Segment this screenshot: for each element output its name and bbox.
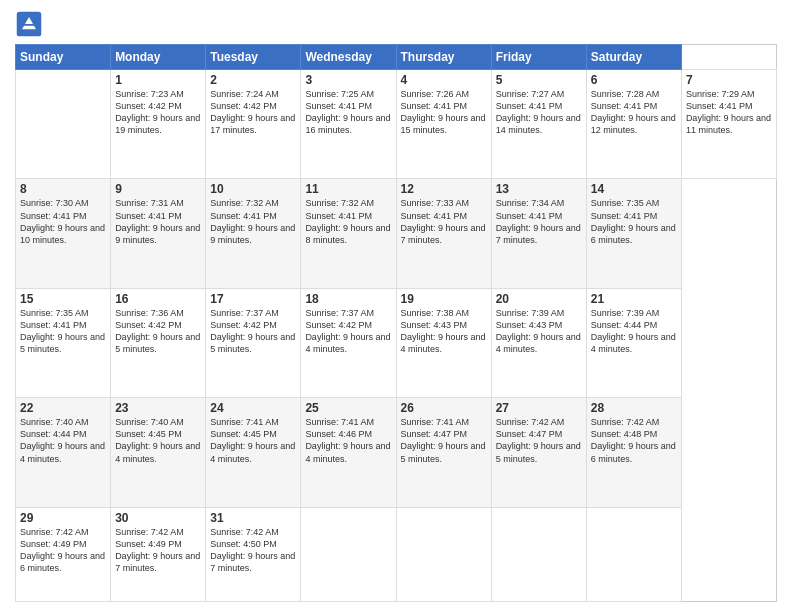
- day-number: 7: [686, 73, 772, 87]
- calendar-cell: 4Sunrise: 7:26 AMSunset: 4:41 PMDaylight…: [396, 70, 491, 179]
- cell-details: Sunrise: 7:37 AMSunset: 4:42 PMDaylight:…: [305, 307, 391, 356]
- day-number: 12: [401, 182, 487, 196]
- cell-details: Sunrise: 7:27 AMSunset: 4:41 PMDaylight:…: [496, 88, 582, 137]
- calendar-cell: 18Sunrise: 7:37 AMSunset: 4:42 PMDayligh…: [301, 288, 396, 397]
- cell-details: Sunrise: 7:32 AMSunset: 4:41 PMDaylight:…: [210, 197, 296, 246]
- calendar-cell: 12Sunrise: 7:33 AMSunset: 4:41 PMDayligh…: [396, 179, 491, 288]
- day-number: 30: [115, 511, 201, 525]
- calendar-cell: 24Sunrise: 7:41 AMSunset: 4:45 PMDayligh…: [206, 398, 301, 507]
- cell-details: Sunrise: 7:35 AMSunset: 4:41 PMDaylight:…: [591, 197, 677, 246]
- cell-details: Sunrise: 7:28 AMSunset: 4:41 PMDaylight:…: [591, 88, 677, 137]
- day-number: 22: [20, 401, 106, 415]
- calendar-cell: 27Sunrise: 7:42 AMSunset: 4:47 PMDayligh…: [491, 398, 586, 507]
- calendar-cell: [396, 507, 491, 602]
- calendar-cell: 25Sunrise: 7:41 AMSunset: 4:46 PMDayligh…: [301, 398, 396, 507]
- calendar-cell: 11Sunrise: 7:32 AMSunset: 4:41 PMDayligh…: [301, 179, 396, 288]
- calendar-cell: 19Sunrise: 7:38 AMSunset: 4:43 PMDayligh…: [396, 288, 491, 397]
- day-number: 10: [210, 182, 296, 196]
- day-number: 2: [210, 73, 296, 87]
- calendar-cell: 13Sunrise: 7:34 AMSunset: 4:41 PMDayligh…: [491, 179, 586, 288]
- day-number: 31: [210, 511, 296, 525]
- day-number: 5: [496, 73, 582, 87]
- calendar-cell: 26Sunrise: 7:41 AMSunset: 4:47 PMDayligh…: [396, 398, 491, 507]
- cell-details: Sunrise: 7:34 AMSunset: 4:41 PMDaylight:…: [496, 197, 582, 246]
- cell-details: Sunrise: 7:42 AMSunset: 4:49 PMDaylight:…: [20, 526, 106, 575]
- day-number: 19: [401, 292, 487, 306]
- calendar-cell: 28Sunrise: 7:42 AMSunset: 4:48 PMDayligh…: [586, 398, 681, 507]
- day-number: 26: [401, 401, 487, 415]
- col-header-saturday: Saturday: [586, 45, 681, 70]
- svg-rect-2: [24, 24, 35, 26]
- day-number: 8: [20, 182, 106, 196]
- col-header-wednesday: Wednesday: [301, 45, 396, 70]
- cell-details: Sunrise: 7:25 AMSunset: 4:41 PMDaylight:…: [305, 88, 391, 137]
- day-number: 23: [115, 401, 201, 415]
- day-number: 29: [20, 511, 106, 525]
- col-header-thursday: Thursday: [396, 45, 491, 70]
- calendar-cell: 6Sunrise: 7:28 AMSunset: 4:41 PMDaylight…: [586, 70, 681, 179]
- cell-details: Sunrise: 7:41 AMSunset: 4:47 PMDaylight:…: [401, 416, 487, 465]
- calendar-cell: 30Sunrise: 7:42 AMSunset: 4:49 PMDayligh…: [111, 507, 206, 602]
- day-number: 24: [210, 401, 296, 415]
- page: SundayMondayTuesdayWednesdayThursdayFrid…: [0, 0, 792, 612]
- cell-details: Sunrise: 7:42 AMSunset: 4:49 PMDaylight:…: [115, 526, 201, 575]
- cell-details: Sunrise: 7:41 AMSunset: 4:46 PMDaylight:…: [305, 416, 391, 465]
- calendar-cell: 16Sunrise: 7:36 AMSunset: 4:42 PMDayligh…: [111, 288, 206, 397]
- cell-details: Sunrise: 7:42 AMSunset: 4:50 PMDaylight:…: [210, 526, 296, 575]
- day-number: 21: [591, 292, 677, 306]
- calendar-cell: 7Sunrise: 7:29 AMSunset: 4:41 PMDaylight…: [681, 70, 776, 179]
- cell-details: Sunrise: 7:33 AMSunset: 4:41 PMDaylight:…: [401, 197, 487, 246]
- cell-details: Sunrise: 7:38 AMSunset: 4:43 PMDaylight:…: [401, 307, 487, 356]
- calendar-cell: [301, 507, 396, 602]
- cell-details: Sunrise: 7:32 AMSunset: 4:41 PMDaylight:…: [305, 197, 391, 246]
- day-number: 25: [305, 401, 391, 415]
- calendar-cell: 8Sunrise: 7:30 AMSunset: 4:41 PMDaylight…: [16, 179, 111, 288]
- col-header-tuesday: Tuesday: [206, 45, 301, 70]
- day-number: 15: [20, 292, 106, 306]
- cell-details: Sunrise: 7:31 AMSunset: 4:41 PMDaylight:…: [115, 197, 201, 246]
- cell-details: Sunrise: 7:23 AMSunset: 4:42 PMDaylight:…: [115, 88, 201, 137]
- cell-details: Sunrise: 7:35 AMSunset: 4:41 PMDaylight:…: [20, 307, 106, 356]
- col-header-sunday: Sunday: [16, 45, 111, 70]
- calendar-cell: 15Sunrise: 7:35 AMSunset: 4:41 PMDayligh…: [16, 288, 111, 397]
- cell-details: Sunrise: 7:30 AMSunset: 4:41 PMDaylight:…: [20, 197, 106, 246]
- day-number: 11: [305, 182, 391, 196]
- cell-details: Sunrise: 7:40 AMSunset: 4:45 PMDaylight:…: [115, 416, 201, 465]
- day-number: 17: [210, 292, 296, 306]
- day-number: 4: [401, 73, 487, 87]
- cell-details: Sunrise: 7:36 AMSunset: 4:42 PMDaylight:…: [115, 307, 201, 356]
- calendar-cell: 20Sunrise: 7:39 AMSunset: 4:43 PMDayligh…: [491, 288, 586, 397]
- day-number: 27: [496, 401, 582, 415]
- calendar-cell: 31Sunrise: 7:42 AMSunset: 4:50 PMDayligh…: [206, 507, 301, 602]
- cell-details: Sunrise: 7:39 AMSunset: 4:43 PMDaylight:…: [496, 307, 582, 356]
- day-number: 6: [591, 73, 677, 87]
- day-number: 13: [496, 182, 582, 196]
- cell-details: Sunrise: 7:26 AMSunset: 4:41 PMDaylight:…: [401, 88, 487, 137]
- header: [15, 10, 777, 38]
- cell-details: Sunrise: 7:29 AMSunset: 4:41 PMDaylight:…: [686, 88, 772, 137]
- day-number: 18: [305, 292, 391, 306]
- col-header-friday: Friday: [491, 45, 586, 70]
- calendar-cell: [586, 507, 681, 602]
- day-number: 20: [496, 292, 582, 306]
- calendar-cell: 5Sunrise: 7:27 AMSunset: 4:41 PMDaylight…: [491, 70, 586, 179]
- calendar-cell: 3Sunrise: 7:25 AMSunset: 4:41 PMDaylight…: [301, 70, 396, 179]
- cell-details: Sunrise: 7:39 AMSunset: 4:44 PMDaylight:…: [591, 307, 677, 356]
- day-number: 3: [305, 73, 391, 87]
- calendar-cell: 14Sunrise: 7:35 AMSunset: 4:41 PMDayligh…: [586, 179, 681, 288]
- calendar-cell: 23Sunrise: 7:40 AMSunset: 4:45 PMDayligh…: [111, 398, 206, 507]
- cell-details: Sunrise: 7:37 AMSunset: 4:42 PMDaylight:…: [210, 307, 296, 356]
- cell-details: Sunrise: 7:42 AMSunset: 4:47 PMDaylight:…: [496, 416, 582, 465]
- cell-details: Sunrise: 7:40 AMSunset: 4:44 PMDaylight:…: [20, 416, 106, 465]
- calendar-table: SundayMondayTuesdayWednesdayThursdayFrid…: [15, 44, 777, 602]
- day-number: 9: [115, 182, 201, 196]
- cell-details: Sunrise: 7:41 AMSunset: 4:45 PMDaylight:…: [210, 416, 296, 465]
- logo: [15, 10, 47, 38]
- calendar-cell: 10Sunrise: 7:32 AMSunset: 4:41 PMDayligh…: [206, 179, 301, 288]
- logo-icon: [15, 10, 43, 38]
- day-number: 16: [115, 292, 201, 306]
- cell-details: Sunrise: 7:24 AMSunset: 4:42 PMDaylight:…: [210, 88, 296, 137]
- col-header-monday: Monday: [111, 45, 206, 70]
- calendar-cell: 17Sunrise: 7:37 AMSunset: 4:42 PMDayligh…: [206, 288, 301, 397]
- cell-details: Sunrise: 7:42 AMSunset: 4:48 PMDaylight:…: [591, 416, 677, 465]
